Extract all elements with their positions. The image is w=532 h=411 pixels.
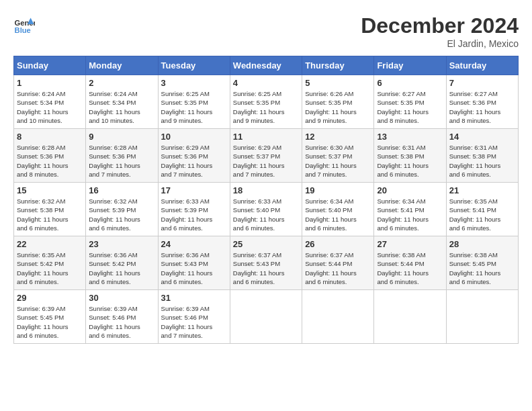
day-number: 14 bbox=[449, 132, 515, 142]
page-subtitle: El Jardin, Mexico bbox=[361, 38, 519, 49]
svg-text:Blue: Blue bbox=[15, 26, 31, 34]
day-number: 13 bbox=[377, 132, 443, 142]
calendar-day-header: Tuesday bbox=[158, 56, 230, 75]
day-info: Sunrise: 6:39 AM Sunset: 5:45 PM Dayligh… bbox=[17, 304, 83, 340]
calendar-cell: 14Sunrise: 6:31 AM Sunset: 5:38 PM Dayli… bbox=[446, 129, 518, 183]
day-info: Sunrise: 6:25 AM Sunset: 5:35 PM Dayligh… bbox=[233, 89, 299, 125]
day-info: Sunrise: 6:26 AM Sunset: 5:35 PM Dayligh… bbox=[305, 89, 371, 125]
calendar-cell: 29Sunrise: 6:39 AM Sunset: 5:45 PM Dayli… bbox=[14, 290, 86, 344]
day-info: Sunrise: 6:38 AM Sunset: 5:44 PM Dayligh… bbox=[377, 250, 443, 286]
day-info: Sunrise: 6:33 AM Sunset: 5:39 PM Dayligh… bbox=[161, 197, 227, 232]
day-number: 11 bbox=[233, 132, 299, 142]
day-number: 26 bbox=[305, 239, 371, 249]
calendar-cell: 30Sunrise: 6:39 AM Sunset: 5:46 PM Dayli… bbox=[86, 290, 158, 344]
calendar-cell: 6Sunrise: 6:27 AM Sunset: 5:35 PM Daylig… bbox=[374, 75, 446, 129]
day-info: Sunrise: 6:25 AM Sunset: 5:35 PM Dayligh… bbox=[161, 89, 227, 125]
day-info: Sunrise: 6:39 AM Sunset: 5:46 PM Dayligh… bbox=[161, 304, 227, 340]
calendar-cell: 25Sunrise: 6:37 AM Sunset: 5:43 PM Dayli… bbox=[230, 236, 302, 290]
day-number: 9 bbox=[89, 132, 154, 142]
calendar-week-row: 8Sunrise: 6:28 AM Sunset: 5:36 PM Daylig… bbox=[14, 129, 519, 183]
calendar-day-header: Monday bbox=[86, 56, 158, 75]
calendar-cell: 13Sunrise: 6:31 AM Sunset: 5:38 PM Dayli… bbox=[374, 129, 446, 183]
calendar-cell: 23Sunrise: 6:36 AM Sunset: 5:42 PM Dayli… bbox=[86, 236, 158, 290]
day-info: Sunrise: 6:32 AM Sunset: 5:39 PM Dayligh… bbox=[89, 197, 154, 232]
calendar-cell: 24Sunrise: 6:36 AM Sunset: 5:43 PM Dayli… bbox=[158, 236, 230, 290]
calendar-cell: 11Sunrise: 6:29 AM Sunset: 5:37 PM Dayli… bbox=[230, 129, 302, 183]
calendar-cell: 19Sunrise: 6:34 AM Sunset: 5:40 PM Dayli… bbox=[302, 183, 374, 236]
day-info: Sunrise: 6:24 AM Sunset: 5:34 PM Dayligh… bbox=[17, 89, 83, 125]
calendar-week-row: 15Sunrise: 6:32 AM Sunset: 5:38 PM Dayli… bbox=[14, 183, 519, 236]
calendar-cell bbox=[230, 290, 302, 344]
calendar-cell: 31Sunrise: 6:39 AM Sunset: 5:46 PM Dayli… bbox=[158, 290, 230, 344]
calendar-week-row: 22Sunrise: 6:35 AM Sunset: 5:42 PM Dayli… bbox=[14, 236, 519, 290]
calendar-cell: 17Sunrise: 6:33 AM Sunset: 5:39 PM Dayli… bbox=[158, 183, 230, 236]
day-number: 1 bbox=[17, 78, 83, 88]
calendar-cell bbox=[446, 290, 518, 344]
day-number: 15 bbox=[17, 185, 83, 195]
day-number: 8 bbox=[17, 132, 83, 142]
day-info: Sunrise: 6:37 AM Sunset: 5:43 PM Dayligh… bbox=[233, 250, 299, 286]
calendar-cell: 2Sunrise: 6:24 AM Sunset: 5:34 PM Daylig… bbox=[86, 75, 158, 129]
calendar-week-row: 1Sunrise: 6:24 AM Sunset: 5:34 PM Daylig… bbox=[14, 75, 519, 129]
calendar-cell: 9Sunrise: 6:28 AM Sunset: 5:36 PM Daylig… bbox=[86, 129, 158, 183]
calendar-cell: 28Sunrise: 6:38 AM Sunset: 5:45 PM Dayli… bbox=[446, 236, 518, 290]
day-info: Sunrise: 6:34 AM Sunset: 5:40 PM Dayligh… bbox=[305, 197, 371, 232]
calendar-header-row: SundayMondayTuesdayWednesdayThursdayFrid… bbox=[14, 56, 519, 75]
calendar-cell: 22Sunrise: 6:35 AM Sunset: 5:42 PM Dayli… bbox=[14, 236, 86, 290]
calendar-cell: 27Sunrise: 6:38 AM Sunset: 5:44 PM Dayli… bbox=[374, 236, 446, 290]
day-info: Sunrise: 6:35 AM Sunset: 5:42 PM Dayligh… bbox=[17, 250, 83, 286]
day-number: 17 bbox=[161, 185, 227, 195]
calendar-cell: 26Sunrise: 6:37 AM Sunset: 5:44 PM Dayli… bbox=[302, 236, 374, 290]
day-info: Sunrise: 6:32 AM Sunset: 5:38 PM Dayligh… bbox=[17, 197, 83, 232]
calendar-cell: 8Sunrise: 6:28 AM Sunset: 5:36 PM Daylig… bbox=[14, 129, 86, 183]
calendar-cell bbox=[374, 290, 446, 344]
day-info: Sunrise: 6:28 AM Sunset: 5:36 PM Dayligh… bbox=[89, 143, 154, 179]
day-number: 25 bbox=[233, 239, 299, 249]
calendar-table: SundayMondayTuesdayWednesdayThursdayFrid… bbox=[13, 56, 519, 344]
day-info: Sunrise: 6:36 AM Sunset: 5:42 PM Dayligh… bbox=[89, 250, 154, 286]
logo: General Blue bbox=[13, 13, 35, 35]
day-number: 24 bbox=[161, 239, 227, 249]
day-info: Sunrise: 6:33 AM Sunset: 5:40 PM Dayligh… bbox=[233, 197, 299, 232]
day-number: 10 bbox=[161, 132, 227, 142]
day-info: Sunrise: 6:39 AM Sunset: 5:46 PM Dayligh… bbox=[89, 304, 154, 340]
day-number: 20 bbox=[377, 185, 443, 195]
day-number: 2 bbox=[89, 78, 154, 88]
day-info: Sunrise: 6:38 AM Sunset: 5:45 PM Dayligh… bbox=[449, 250, 515, 286]
calendar-day-header: Friday bbox=[374, 56, 446, 75]
day-info: Sunrise: 6:27 AM Sunset: 5:35 PM Dayligh… bbox=[377, 89, 443, 125]
day-info: Sunrise: 6:29 AM Sunset: 5:36 PM Dayligh… bbox=[161, 143, 227, 179]
day-number: 4 bbox=[233, 78, 299, 88]
calendar-cell bbox=[302, 290, 374, 344]
day-number: 5 bbox=[305, 78, 371, 88]
title-section: December 2024 El Jardin, Mexico bbox=[361, 13, 519, 49]
day-number: 21 bbox=[449, 185, 515, 195]
calendar-day-header: Thursday bbox=[302, 56, 374, 75]
calendar-day-header: Saturday bbox=[446, 56, 518, 75]
day-number: 28 bbox=[449, 239, 515, 249]
calendar-cell: 15Sunrise: 6:32 AM Sunset: 5:38 PM Dayli… bbox=[14, 183, 86, 236]
day-number: 12 bbox=[305, 132, 371, 142]
calendar-cell: 21Sunrise: 6:35 AM Sunset: 5:41 PM Dayli… bbox=[446, 183, 518, 236]
day-number: 30 bbox=[89, 293, 154, 303]
day-info: Sunrise: 6:35 AM Sunset: 5:41 PM Dayligh… bbox=[449, 197, 515, 232]
page-header: General Blue December 2024 El Jardin, Me… bbox=[13, 13, 519, 49]
day-info: Sunrise: 6:28 AM Sunset: 5:36 PM Dayligh… bbox=[17, 143, 83, 179]
day-info: Sunrise: 6:30 AM Sunset: 5:37 PM Dayligh… bbox=[305, 143, 371, 179]
calendar-cell: 3Sunrise: 6:25 AM Sunset: 5:35 PM Daylig… bbox=[158, 75, 230, 129]
day-info: Sunrise: 6:31 AM Sunset: 5:38 PM Dayligh… bbox=[377, 143, 443, 179]
page-title: December 2024 bbox=[361, 13, 519, 38]
day-info: Sunrise: 6:37 AM Sunset: 5:44 PM Dayligh… bbox=[305, 250, 371, 286]
calendar-day-header: Wednesday bbox=[230, 56, 302, 75]
day-info: Sunrise: 6:29 AM Sunset: 5:37 PM Dayligh… bbox=[233, 143, 299, 179]
calendar-day-header: Sunday bbox=[14, 56, 86, 75]
day-number: 18 bbox=[233, 185, 299, 195]
day-number: 7 bbox=[449, 78, 515, 88]
day-number: 27 bbox=[377, 239, 443, 249]
day-number: 23 bbox=[89, 239, 154, 249]
day-number: 31 bbox=[161, 293, 227, 303]
calendar-cell: 12Sunrise: 6:30 AM Sunset: 5:37 PM Dayli… bbox=[302, 129, 374, 183]
calendar-cell: 7Sunrise: 6:27 AM Sunset: 5:36 PM Daylig… bbox=[446, 75, 518, 129]
day-number: 3 bbox=[161, 78, 227, 88]
day-info: Sunrise: 6:27 AM Sunset: 5:36 PM Dayligh… bbox=[449, 89, 515, 125]
